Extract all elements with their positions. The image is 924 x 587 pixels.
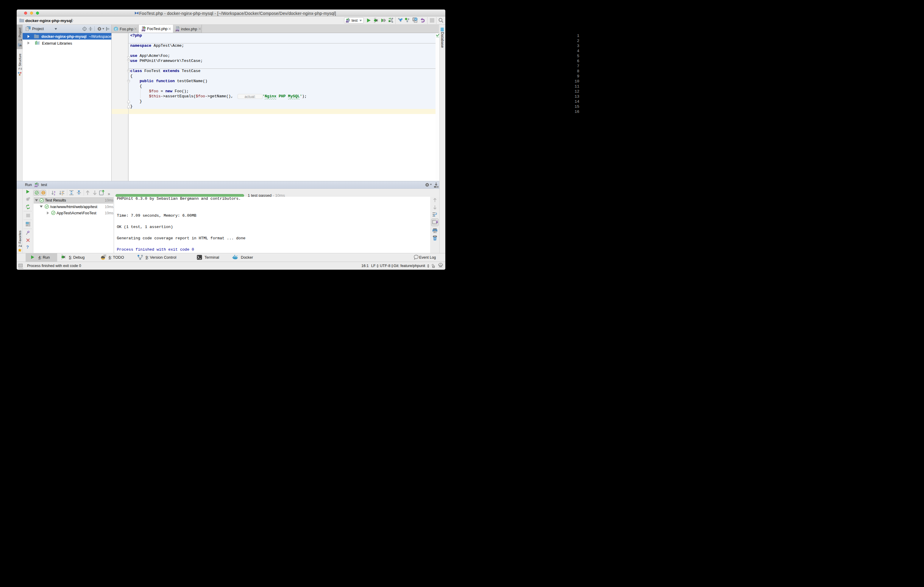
svg-text:php: php [142, 29, 145, 31]
svg-text:!: ! [29, 197, 30, 199]
svg-text:php: php [35, 185, 38, 187]
svg-text:php: php [346, 21, 349, 23]
svg-text:z: z [54, 193, 55, 196]
svg-text:php: php [176, 29, 179, 31]
